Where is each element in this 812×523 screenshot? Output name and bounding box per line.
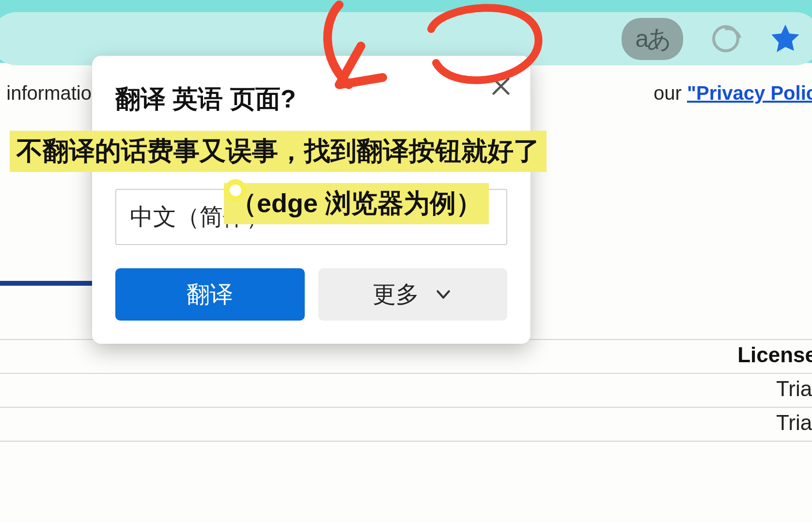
- privacy-policy-link[interactable]: "Privacy Polic: [687, 82, 812, 104]
- translate-button-label: 翻译: [187, 279, 233, 310]
- more-button[interactable]: 更多: [318, 268, 508, 321]
- more-button-label: 更多: [373, 279, 419, 310]
- table-header-license: License: [737, 343, 812, 367]
- table-cell-license: Trial: [776, 411, 812, 435]
- translate-button[interactable]: 翻译: [115, 268, 305, 321]
- table-row: Trial: [0, 407, 812, 441]
- info-text-left: d information: [0, 82, 102, 104]
- favorite-star-icon[interactable]: [768, 22, 802, 56]
- extension-icon[interactable]: [712, 25, 739, 52]
- tutorial-highlight-line1: 不翻译的话费事又误事，找到翻译按钮就好了: [10, 131, 547, 172]
- license-table: License Trial Trial: [0, 339, 812, 475]
- info-text-prefix: our: [654, 82, 687, 104]
- close-icon: [490, 75, 512, 97]
- tutorial-highlight-line2: （edge 浏览器为例）: [224, 183, 489, 224]
- table-cell-license: Trial: [776, 377, 812, 401]
- tutorial-pointer-dot: [224, 179, 247, 201]
- table-row: [0, 441, 812, 475]
- table-header-row: License: [0, 339, 812, 373]
- chevron-down-icon: [434, 285, 453, 304]
- popup-button-row: 翻译 更多: [115, 268, 507, 321]
- translate-glyph-icon: aあ: [635, 23, 670, 55]
- table-row: Trial: [0, 373, 812, 407]
- translate-icon-button[interactable]: aあ: [622, 18, 683, 60]
- close-button[interactable]: [490, 75, 512, 97]
- translate-popup-title: 翻译 英语 页面?: [115, 82, 507, 116]
- info-text-right: our "Privacy Polic: [654, 82, 812, 104]
